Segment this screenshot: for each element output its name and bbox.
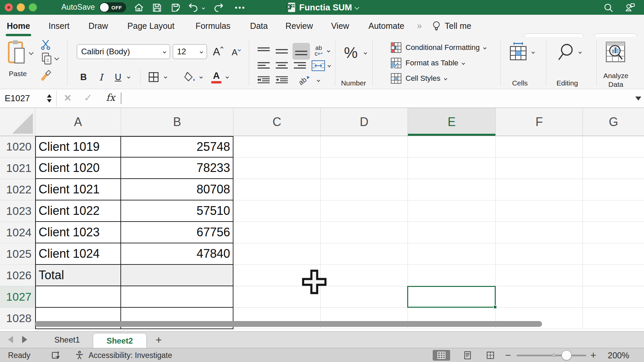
normal-view-button[interactable] [433,350,450,361]
cell[interactable] [321,136,408,158]
tab-automate[interactable]: Automate [368,15,404,37]
accessibility-icon[interactable] [74,348,85,362]
font-color-dropdown-icon[interactable] [226,75,229,79]
zoom-level[interactable]: 200% [608,348,629,362]
fill-color-dropdown-icon[interactable] [200,75,203,79]
bold-button[interactable]: B [78,70,89,84]
name-box-stepper[interactable] [47,94,52,103]
cell[interactable] [583,179,644,200]
format-as-table-button[interactable]: Format as Table [391,56,465,70]
cell[interactable] [583,243,644,265]
cell[interactable] [321,179,408,200]
cell[interactable] [496,286,583,308]
more-commands-icon[interactable]: ••• [235,3,246,13]
column-header-e[interactable]: E [408,108,496,136]
row-header[interactable]: 1020 [0,136,35,158]
cell[interactable] [583,308,644,329]
cell-b1021[interactable]: 78233 [121,158,233,179]
font-color-button[interactable]: A [210,70,223,84]
cell[interactable] [233,136,321,158]
cell[interactable] [496,222,583,243]
font-name-select[interactable]: Calibri (Body) [77,44,170,59]
cell-a1023[interactable]: Client 1022 [35,200,121,222]
cell[interactable] [496,179,583,200]
tab-page-layout[interactable]: Page Layout [127,15,174,37]
selection-mode-icon[interactable] [51,348,61,362]
decrease-font-button[interactable]: A [229,46,243,59]
cell[interactable] [321,286,408,308]
title-dropdown-icon[interactable] [355,5,359,10]
cell-b1023[interactable]: 57510 [121,200,233,222]
analyze-data-button[interactable] [604,40,627,64]
increase-indent-icon[interactable] [274,75,289,85]
cell[interactable] [408,200,496,222]
account-icon[interactable] [625,2,635,13]
cell-a1024[interactable]: Client 1023 [35,222,121,243]
paste-dropdown-icon[interactable] [29,50,34,55]
row-header[interactable]: 1021 [0,158,35,179]
tell-me-button[interactable]: Tell me [445,15,471,37]
maximize-button[interactable] [29,3,37,11]
cell[interactable] [583,200,644,222]
zoom-slider-thumb[interactable] [561,350,572,360]
borders-button[interactable] [147,70,160,84]
add-sheet-button[interactable]: + [153,331,165,348]
save-as-icon[interactable] [170,2,181,13]
row-header[interactable]: 1025 [0,243,35,265]
cell[interactable] [321,158,408,179]
undo-dropdown-icon[interactable] [202,6,205,10]
column-header-a[interactable]: A [35,108,121,136]
cell[interactable] [583,286,644,308]
fill-color-button[interactable] [182,70,197,84]
italic-button[interactable]: I [96,70,106,84]
redo-icon[interactable] [213,2,224,13]
wrap-text-dropdown-icon[interactable] [327,49,330,53]
cell-b1022[interactable]: 80708 [121,179,233,200]
orientation-dropdown-icon[interactable] [317,79,320,82]
cell[interactable] [233,200,321,222]
tab-overflow-icon[interactable]: » [417,15,422,37]
cell[interactable] [496,200,583,222]
cell[interactable] [408,158,496,179]
select-all-corner[interactable] [0,108,35,136]
cell-styles-button[interactable]: Cell Styles [391,71,447,86]
merge-dropdown-icon[interactable] [328,64,331,67]
wrap-text-icon[interactable]: ab c↩ [312,44,325,58]
number-format-dropdown-icon[interactable] [364,51,367,55]
cell[interactable] [233,243,321,265]
align-right-icon[interactable] [292,61,307,71]
cell[interactable] [408,243,496,265]
document-title[interactable]: Functia SUM [299,2,352,13]
decrease-indent-icon[interactable] [256,75,271,85]
horizontal-scrollbar[interactable] [35,321,542,327]
column-header-c[interactable]: C [233,108,321,136]
merge-center-icon[interactable] [311,59,326,72]
increase-font-button[interactable]: A [211,44,225,59]
minimize-button[interactable] [17,3,25,11]
row-header-selected[interactable]: 1027 [0,286,35,308]
borders-dropdown-icon[interactable] [164,75,167,79]
align-center-icon[interactable] [274,61,289,71]
cell-b1026[interactable] [121,265,233,286]
align-bottom-icon[interactable] [292,43,310,60]
stepper-up-icon[interactable] [47,94,52,98]
editing-button[interactable] [557,42,576,62]
align-left-icon[interactable] [256,61,271,71]
cell[interactable] [321,200,408,222]
home-icon[interactable] [133,2,144,13]
autosave-toggle[interactable]: OFF [99,2,126,12]
column-header-f[interactable]: F [496,108,583,136]
cells-button[interactable] [508,42,528,62]
copy-dropdown-icon[interactable] [54,56,59,60]
font-size-select[interactable]: 12 [173,44,207,59]
cells-dropdown-icon[interactable] [532,51,535,54]
cell[interactable] [496,243,583,265]
cell[interactable] [233,179,321,200]
cancel-icon[interactable]: ✕ [64,93,71,104]
cell[interactable] [321,243,408,265]
undo-icon[interactable] [188,2,199,13]
accessibility-status[interactable]: Accessibility: Investigate [89,348,172,362]
cell[interactable] [583,136,644,158]
copy-icon[interactable] [41,52,52,65]
row-header[interactable]: 1026 [0,265,35,286]
